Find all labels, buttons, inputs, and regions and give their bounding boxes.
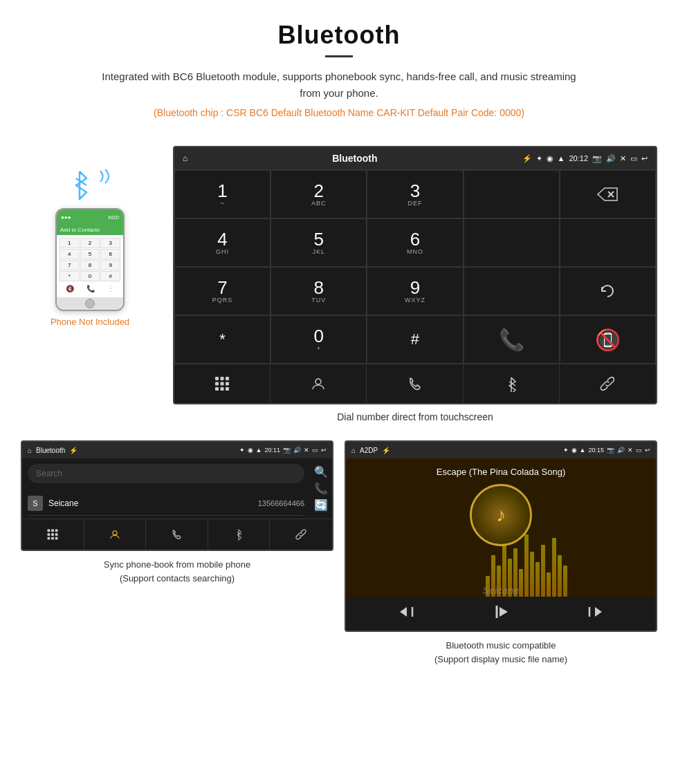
phone-key-9[interactable]: 9 [100, 260, 120, 270]
a2dp-camera-icon[interactable]: 📷 [607, 447, 614, 454]
pb-contacts-active-icon [109, 528, 121, 541]
phone-menu-icon[interactable]: ⋮ [107, 285, 114, 292]
eq-bar [552, 538, 556, 597]
play-pause-icon [491, 602, 511, 622]
phonebook-screen: ⌂ Bluetooth ⚡ ✦ ◉ ▲ 20:11 📷 🔊 ✕ ▭ ↩ [21, 440, 333, 551]
phone-top-bar: ●●● M20 [57, 209, 123, 225]
a2dp-music-area: Escape (The Pina Colada Song) ♪ [346, 458, 656, 597]
pb-back-icon[interactable]: ↩ [321, 447, 327, 454]
a2dp-screen: ⌂ A2DP ⚡ ✦ ◉ ▲ 20:15 📷 🔊 ✕ ▭ ↩ [345, 440, 657, 632]
dial-key-hash[interactable]: # [367, 315, 463, 364]
pb-vol-icon[interactable]: 🔊 [293, 447, 301, 454]
dial-end-button[interactable]: 📵 [560, 315, 656, 364]
dial-grid: 1 ~ 2 ABC 3 DEF [174, 169, 656, 364]
nav-bluetooth-nav[interactable] [464, 364, 560, 403]
phone-call-icon[interactable]: 📞 [86, 285, 95, 292]
phone-bottom [57, 297, 123, 310]
phonebook-home-icon[interactable]: ⌂ [28, 447, 32, 454]
phonebook-search-bar[interactable]: Search [28, 464, 304, 483]
a2dp-prev-button[interactable] [398, 604, 414, 623]
phone-key-7[interactable]: 7 [59, 260, 80, 270]
dial-key-7[interactable]: 7 PQRS [174, 267, 271, 315]
refresh-icon [598, 281, 617, 301]
home-icon[interactable]: ⌂ [183, 153, 187, 163]
a2dp-statusbar-left: ⌂ A2DP ⚡ [351, 447, 390, 454]
dial-key-6[interactable]: 6 MNO [367, 218, 463, 267]
dial-key-4[interactable]: 4 GHI [174, 218, 271, 267]
pb-close-icon[interactable]: ✕ [304, 447, 309, 454]
dial-key-2[interactable]: 2 ABC [271, 170, 367, 218]
phone-key-8[interactable]: 8 [80, 260, 100, 270]
svg-marker-28 [500, 607, 508, 617]
a2dp-home-icon[interactable]: ⌂ [351, 447, 356, 454]
phonebook-entries: S Seicane 13566664466 [22, 489, 310, 519]
dial-call-button[interactable]: 📞 [464, 315, 560, 364]
phonebook-entry-seicane[interactable]: S Seicane 13566664466 [28, 492, 304, 516]
phone-speaker-icon[interactable]: 🔇 [66, 285, 74, 292]
pb-nav-contacts[interactable] [84, 519, 147, 550]
eq-bar [491, 555, 495, 597]
eq-bar [547, 572, 551, 597]
a2dp-next-button[interactable] [588, 604, 603, 623]
phonebook-statusbar-left: ⌂ Bluetooth ⚡ [28, 447, 77, 454]
nav-link[interactable] [560, 364, 656, 403]
page-description: Integrated with BC6 Bluetooth module, su… [97, 68, 581, 102]
phone-mockup: ●●● M20 Add to Contacts 1 2 3 4 5 6 7 8 … [55, 208, 125, 311]
phone-key-4[interactable]: 4 [59, 249, 80, 259]
dial-refresh-button[interactable] [560, 267, 656, 315]
nav-keypad[interactable] [174, 364, 271, 403]
dial-backspace[interactable] [560, 170, 656, 218]
a2dp-vol-icon[interactable]: 🔊 [617, 447, 625, 454]
pb-nav-phone[interactable] [146, 519, 208, 550]
pb-screen-icon[interactable]: ▭ [312, 447, 318, 454]
nav-contacts[interactable] [271, 364, 367, 403]
nav-phone[interactable] [367, 364, 463, 403]
phone-home-button[interactable] [85, 299, 95, 308]
back-icon[interactable]: ↩ [641, 154, 648, 163]
phone-key-6[interactable]: 6 [100, 249, 120, 259]
pb-phone-side-icon[interactable]: 📞 [314, 482, 328, 495]
svg-rect-18 [51, 533, 54, 536]
a2dp-screen-wrap: ⌂ A2DP ⚡ ✦ ◉ ▲ 20:15 📷 🔊 ✕ ▭ ↩ [345, 440, 657, 666]
phone-key-star[interactable]: * [59, 271, 80, 281]
dial-key-1[interactable]: 1 ~ [174, 170, 271, 218]
pb-nav-bluetooth[interactable] [208, 519, 271, 550]
pb-nav-link[interactable] [270, 519, 332, 550]
volume-icon[interactable]: 🔊 [606, 154, 616, 163]
dial-key-3[interactable]: 3 DEF [367, 170, 463, 218]
entry-number: 13566664466 [258, 499, 304, 507]
dial-empty-1 [464, 218, 560, 267]
pb-search-side-icon[interactable]: 🔍 [314, 465, 328, 478]
dial-key-9[interactable]: 9 WXYZ [367, 267, 463, 315]
dial-bottom-nav [174, 364, 656, 403]
a2dp-screen-icon[interactable]: ▭ [636, 447, 642, 454]
phonebook-title: Bluetooth [36, 447, 65, 454]
pb-camera-icon[interactable]: 📷 [283, 447, 291, 454]
a2dp-close-icon[interactable]: ✕ [627, 447, 633, 454]
dial-key-star[interactable]: * [174, 315, 271, 364]
phone-key-5[interactable]: 5 [80, 249, 100, 259]
dial-key-5[interactable]: 5 JKL [271, 218, 367, 267]
pb-nav-keypad[interactable] [22, 519, 84, 550]
camera-icon[interactable]: 📷 [592, 154, 602, 163]
phone-key-1[interactable]: 1 [59, 238, 80, 248]
a2dp-statusbar: ⌂ A2DP ⚡ ✦ ◉ ▲ 20:15 📷 🔊 ✕ ▭ ↩ [346, 442, 656, 458]
pb-refresh-side-icon[interactable]: 🔄 [314, 498, 328, 512]
close-icon[interactable]: ✕ [620, 154, 626, 163]
a2dp-play-button[interactable] [491, 602, 511, 625]
screen-icon[interactable]: ▭ [630, 154, 637, 163]
a2dp-back-icon[interactable]: ↩ [645, 447, 650, 454]
phone-key-3[interactable]: 3 [100, 238, 120, 248]
svg-marker-29 [595, 607, 602, 617]
dial-key-0[interactable]: 0 + [271, 315, 367, 364]
phone-key-0[interactable]: 0 [80, 271, 100, 281]
phone-key-2[interactable]: 2 [80, 238, 100, 248]
statusbar-title: Bluetooth [332, 153, 377, 164]
dial-key-8[interactable]: 8 TUV [271, 267, 367, 315]
a2dp-usb-icon: ⚡ [382, 447, 390, 454]
signal-waves-icon [97, 168, 118, 203]
bluetooth-icon [69, 168, 90, 203]
phone-key-hash[interactable]: # [100, 271, 120, 281]
pb-bluetooth-icon [232, 528, 245, 541]
bottom-screens: ⌂ Bluetooth ⚡ ✦ ◉ ▲ 20:11 📷 🔊 ✕ ▭ ↩ [0, 440, 678, 680]
